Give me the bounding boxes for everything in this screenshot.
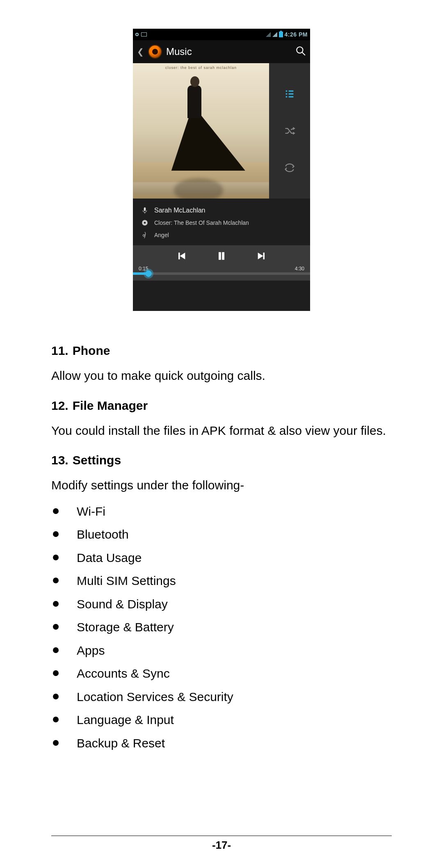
section-title: File Manager bbox=[73, 399, 148, 412]
status-mail-icon bbox=[141, 32, 147, 37]
section-number: 12. bbox=[51, 399, 73, 412]
album-art[interactable]: closer: the best of sarah mclachlan bbox=[133, 63, 269, 199]
side-controls bbox=[269, 63, 310, 199]
status-time: 4:26 PM bbox=[285, 31, 308, 38]
section-phone: 11.Phone Allow you to make quick outgoin… bbox=[51, 344, 392, 385]
list-item: Wi-Fi bbox=[51, 500, 392, 523]
list-item-label: Language & Input bbox=[77, 712, 174, 729]
album-art-caption: closer: the best of sarah mclachlan bbox=[133, 66, 269, 70]
section-heading: 13.Settings bbox=[51, 453, 392, 467]
total-time: 4:30 bbox=[295, 266, 304, 272]
album-disc-icon bbox=[140, 219, 149, 226]
track-name: Angel bbox=[154, 232, 169, 238]
album-name: Closer: The Best Of Sarah Mclachlan bbox=[154, 219, 249, 226]
bullet-icon bbox=[53, 740, 59, 746]
bullet-icon bbox=[53, 624, 59, 630]
signal-sim1-icon bbox=[266, 32, 271, 37]
section-title: Phone bbox=[73, 344, 110, 357]
list-item-label: Multi SIM Settings bbox=[77, 573, 176, 589]
svg-rect-6 bbox=[222, 252, 224, 260]
footer-divider bbox=[51, 836, 392, 836]
pause-icon[interactable] bbox=[216, 250, 227, 263]
bullet-icon bbox=[53, 670, 59, 676]
settings-list: Wi-Fi Bluetooth Data Usage Multi SIM Set… bbox=[51, 500, 392, 755]
section-title: Settings bbox=[73, 453, 121, 467]
bullet-icon bbox=[53, 647, 59, 653]
artist-mic-icon bbox=[140, 207, 149, 214]
bullet-icon bbox=[53, 531, 59, 537]
list-item: Accounts & Sync bbox=[51, 662, 392, 685]
list-item: Language & Input bbox=[51, 708, 392, 732]
list-item: Multi SIM Settings bbox=[51, 569, 392, 593]
previous-track-icon[interactable] bbox=[176, 250, 187, 263]
track-metadata: Sarah McLachlan Closer: The Best Of Sara… bbox=[133, 199, 310, 245]
list-item-label: Data Usage bbox=[77, 550, 142, 566]
bullet-icon bbox=[53, 555, 59, 560]
section-settings: 13.Settings Modify settings under the fo… bbox=[51, 453, 392, 755]
battery-icon bbox=[279, 32, 283, 37]
bullet-icon bbox=[53, 717, 59, 722]
list-item-label: Sound & Display bbox=[77, 596, 168, 613]
bullet-icon bbox=[53, 694, 59, 699]
list-item-label: Backup & Reset bbox=[77, 735, 165, 752]
playback-controls: 0:15 4:30 bbox=[133, 245, 310, 281]
list-item: Sound & Display bbox=[51, 593, 392, 616]
repeat-icon[interactable] bbox=[283, 161, 297, 175]
section-body: Modify settings under the following- bbox=[51, 476, 392, 494]
now-playing-area: closer: the best of sarah mclachlan bbox=[133, 63, 310, 199]
svg-point-0 bbox=[297, 47, 303, 53]
list-item: Bluetooth bbox=[51, 523, 392, 546]
list-item-label: Accounts & Sync bbox=[77, 665, 170, 682]
seek-bar[interactable] bbox=[133, 272, 310, 275]
back-icon[interactable]: ❮ bbox=[137, 47, 144, 57]
list-item-label: Apps bbox=[77, 642, 105, 659]
bullet-icon bbox=[53, 578, 59, 583]
svg-rect-2 bbox=[144, 208, 146, 211]
status-dot-icon bbox=[135, 33, 139, 36]
section-number: 11. bbox=[51, 344, 73, 357]
search-icon[interactable] bbox=[295, 46, 306, 58]
document-page: 4:26 PM ❮ Music closer: the best of sara… bbox=[0, 0, 443, 868]
svg-point-4 bbox=[144, 222, 146, 224]
app-bar: ❮ Music bbox=[133, 40, 310, 63]
next-track-icon[interactable] bbox=[256, 250, 267, 263]
list-item: Backup & Reset bbox=[51, 732, 392, 755]
music-app-logo-icon[interactable] bbox=[148, 45, 162, 59]
artist-name: Sarah McLachlan bbox=[154, 207, 206, 214]
bullet-icon bbox=[53, 508, 59, 514]
list-item-label: Location Services & Security bbox=[77, 689, 233, 706]
list-item: Apps bbox=[51, 639, 392, 662]
page-number: -17- bbox=[0, 839, 443, 852]
section-heading: 11.Phone bbox=[51, 344, 392, 358]
list-item-label: Storage & Battery bbox=[77, 619, 174, 636]
list-item-label: Bluetooth bbox=[77, 526, 129, 543]
section-body: Allow you to make quick outgoing calls. bbox=[51, 367, 392, 385]
svg-rect-5 bbox=[219, 252, 221, 260]
queue-list-icon[interactable] bbox=[283, 87, 297, 101]
android-status-bar: 4:26 PM bbox=[133, 29, 310, 40]
bullet-icon bbox=[53, 601, 59, 607]
section-body: You could install the files in APK forma… bbox=[51, 422, 392, 440]
music-app-screenshot: 4:26 PM ❮ Music closer: the best of sara… bbox=[133, 29, 310, 311]
list-item: Data Usage bbox=[51, 546, 392, 570]
track-clef-icon bbox=[140, 231, 149, 239]
section-heading: 12.File Manager bbox=[51, 399, 392, 413]
signal-sim2-icon bbox=[272, 32, 277, 37]
list-item: Location Services & Security bbox=[51, 685, 392, 709]
list-item: Storage & Battery bbox=[51, 616, 392, 639]
section-file-manager: 12.File Manager You could install the fi… bbox=[51, 399, 392, 440]
shuffle-icon[interactable] bbox=[283, 124, 297, 138]
section-number: 13. bbox=[51, 453, 73, 467]
svg-line-1 bbox=[302, 52, 305, 55]
app-title: Music bbox=[166, 46, 291, 57]
seek-thumb-icon[interactable] bbox=[144, 269, 153, 279]
list-item-label: Wi-Fi bbox=[77, 503, 105, 520]
